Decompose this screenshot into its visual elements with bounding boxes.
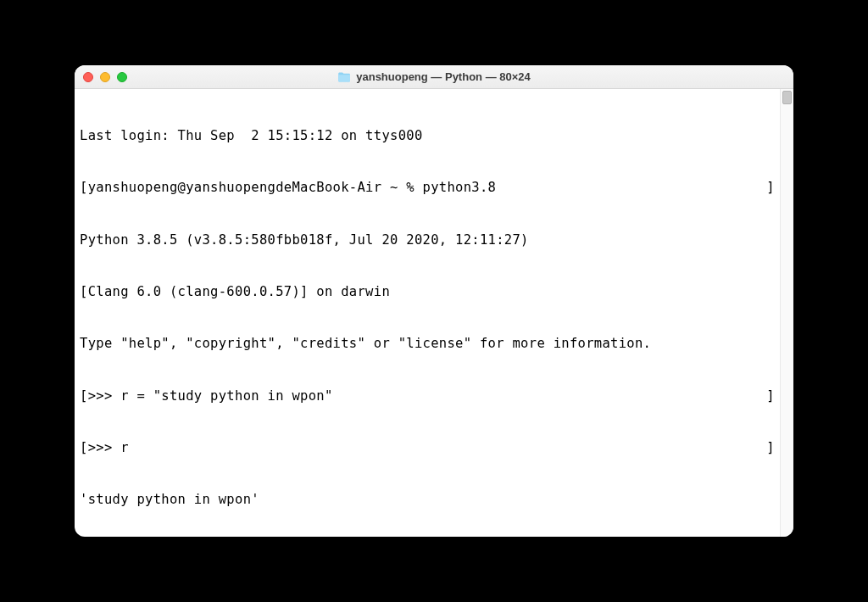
terminal-line: [yanshuopeng@yanshuopengdeMacBook-Air ~ … [80,179,775,196]
folder-icon [337,72,351,82]
terminal-text[interactable]: Last login: Thu Sep 2 15:15:12 on ttys00… [75,89,780,537]
titlebar[interactable]: yanshuopeng — Python — 80×24 [75,65,793,89]
terminal-window: yanshuopeng — Python — 80×24 Last login:… [75,65,793,537]
terminal-line: Python 3.8.5 (v3.8.5:580fbb018f, Jul 20 … [80,231,775,248]
window-title-wrap: yanshuopeng — Python — 80×24 [337,70,531,83]
scrollbar[interactable] [780,89,793,537]
traffic-lights [83,72,127,82]
window-title: yanshuopeng — Python — 80×24 [356,70,531,83]
terminal-line: [>>> r] [80,439,775,456]
minimize-button[interactable] [100,72,110,82]
close-button[interactable] [83,72,93,82]
terminal-line: Last login: Thu Sep 2 15:15:12 on ttys00… [80,127,775,144]
terminal-body[interactable]: Last login: Thu Sep 2 15:15:12 on ttys00… [75,89,793,537]
terminal-line: Type "help", "copyright", "credits" or "… [80,335,775,352]
terminal-line: [>>> r = "study python in wpon"] [80,387,775,404]
terminal-line: [Clang 6.0 (clang-600.0.57)] on darwin [80,283,775,300]
scrollbar-thumb[interactable] [782,91,792,104]
zoom-button[interactable] [117,72,127,82]
terminal-line: 'study python in wpon' [80,491,775,508]
